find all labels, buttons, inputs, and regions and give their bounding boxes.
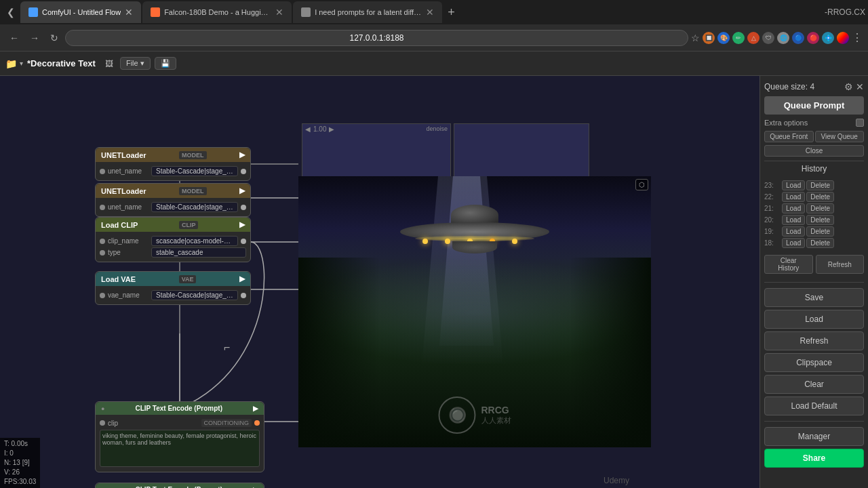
tab-falcon[interactable]: Falcon-180B Demo - a Hugging Face... ✕ [142, 1, 292, 23]
status-n: N: 13 [9] [4, 458, 36, 468]
history-delete-22[interactable]: Delete [806, 192, 834, 202]
ufo-light-2 [445, 239, 450, 244]
back-btn[interactable]: ← [5, 30, 23, 46]
generated-image: 🔘 RRCG 人人素材 ⬡ [298, 176, 651, 447]
ext-icon-8[interactable]: 🔴 [807, 32, 819, 44]
tab-back-btn[interactable]: ❮ [3, 4, 19, 20]
divider-2 [764, 421, 864, 422]
vae-name-value[interactable]: Stable-Cascade|stage_a_safetensors [151, 290, 238, 300]
ext-icon-9[interactable]: 💠 [822, 32, 834, 44]
star-icon[interactable]: ☆ [691, 33, 700, 43]
queue-size-text: Queue size: 4 [764, 82, 814, 92]
watermark-brand: RRCG [481, 405, 511, 415]
refresh-btn[interactable]: Refresh [764, 331, 864, 350]
history-load-20[interactable]: Load [782, 215, 805, 225]
encode1-dot: ● [101, 405, 104, 412]
save-btn[interactable]: Save [764, 288, 864, 307]
refresh-history-btn[interactable]: Refresh [816, 255, 865, 274]
node-badge-vae: VAE [179, 275, 197, 283]
history-btns-row: Clear History Refresh [764, 255, 864, 274]
ext-icon-2[interactable]: 🎨 [717, 32, 730, 44]
node-canvas[interactable]: UNETLoader MODEL ▶ unet_name Stable-Casc… [0, 76, 760, 488]
load-btn[interactable]: Load [764, 310, 864, 329]
file-btn-label: File ▾ [126, 59, 144, 68]
history-delete-23[interactable]: Delete [806, 180, 834, 190]
ext-icon-4[interactable]: △ [747, 32, 760, 44]
node-load-vae: Load VAE VAE ▶ vae_name Stable-Cascade|s… [95, 271, 251, 305]
new-tab-btn[interactable]: + [443, 5, 459, 20]
preview-controls-left: ◀ 1.00 ▶ [305, 125, 334, 133]
profile-avatar[interactable] [837, 32, 849, 44]
history-load-23[interactable]: Load [782, 180, 805, 190]
history-load-18[interactable]: Load [782, 238, 805, 248]
ufo-light-1 [422, 239, 428, 244]
node-arrow-unet2[interactable]: ▶ [239, 186, 245, 195]
clear-history-btn[interactable]: Clear History [764, 255, 813, 274]
node-row-unet2: unet_name Stable-Cascade|stage_c_safeten… [100, 202, 246, 212]
preview-right-btn[interactable]: ▶ [329, 125, 334, 133]
ext-icon-1[interactable]: 🔲 [703, 32, 715, 44]
ufo-light-5 [512, 239, 517, 244]
node-arrow-unet1[interactable]: ▶ [239, 150, 245, 159]
close-icon[interactable]: ✕ [856, 81, 864, 92]
history-delete-18[interactable]: Delete [806, 238, 834, 248]
history-num-22: 22: [764, 193, 781, 201]
node-arrow-encode1[interactable]: ▶ [253, 405, 258, 412]
node-title-unet1: UNETLoader [101, 151, 146, 159]
save-icon-btn[interactable]: 💾 [155, 57, 176, 70]
tab-prompts[interactable]: I need prompts for a latent diffusion...… [293, 1, 442, 23]
forward-btn[interactable]: → [26, 30, 43, 46]
queue-front-btn[interactable]: Queue Front [764, 131, 814, 142]
ext-icon-3[interactable]: ✏ [732, 32, 745, 44]
url-bar[interactable]: 127.0.0.1:8188 [65, 30, 688, 46]
ext-icon-6[interactable]: 🌐 [777, 32, 789, 44]
tab-close-falcon[interactable]: ✕ [275, 7, 283, 18]
browser-chrome: ❮ ComfyUI - Untitled Flow ✕ Falcon-180B … [0, 0, 868, 52]
view-queue-btn[interactable]: View Queue [815, 131, 865, 142]
tab-comfyui[interactable]: ComfyUI - Untitled Flow ✕ [20, 1, 141, 23]
history-delete-20[interactable]: Delete [806, 215, 834, 225]
ext-icon-7[interactable]: 🔵 [792, 32, 804, 44]
reload-btn[interactable]: ↻ [46, 30, 62, 46]
manager-btn[interactable]: Manager [764, 427, 864, 446]
clip-encode-textarea-1[interactable]: viking theme, feminine beauty, female pr… [100, 430, 260, 467]
close-btn[interactable]: Close [764, 145, 864, 157]
node-header-vae: Load VAE VAE ▶ [96, 272, 250, 286]
share-btn[interactable]: Share [764, 449, 864, 468]
tab-close-comfyui[interactable]: ✕ [125, 7, 133, 18]
clip-type-value[interactable]: stable_cascade [151, 247, 246, 258]
clipspace-btn[interactable]: Clipspace [764, 353, 864, 372]
node-title-clip: Load CLIP [101, 221, 138, 229]
clip-name-value[interactable]: scascade|ocas-model-safetensors [151, 236, 238, 246]
load-default-btn[interactable]: Load Default [764, 396, 864, 415]
settings-icon[interactable]: ⚙ [844, 81, 853, 92]
node-arrow-clip[interactable]: ▶ [239, 220, 245, 229]
right-panel: Queue size: 4 ⚙ ✕ Queue Prompt Extra opt… [760, 76, 868, 488]
ext-icon-5[interactable]: 🛡 [762, 32, 774, 44]
image-action-btn[interactable]: ⬡ [635, 179, 648, 190]
browser-more-icon[interactable]: ⋮ [852, 31, 863, 44]
browser-menu[interactable]: -RROG.CX [825, 7, 865, 17]
folder-btn[interactable]: 📁 ▾ [5, 58, 23, 69]
unet-name-value2[interactable]: Stable-Cascade|stage_c_safetensors [151, 202, 238, 212]
extra-options-checkbox[interactable] [856, 119, 864, 127]
tab-favicon-falcon [151, 7, 160, 17]
history-delete-19[interactable]: Delete [806, 226, 834, 237]
queue-header: Queue size: 4 ⚙ ✕ [764, 80, 864, 94]
clip-name-label: clip_name [108, 237, 149, 245]
clear-btn[interactable]: Clear [764, 375, 864, 394]
connector-in-unet1 [100, 169, 105, 174]
watermark-circle: 🔘 [439, 396, 476, 434]
file-btn[interactable]: File ▾ [120, 57, 151, 70]
history-load-19[interactable]: Load [782, 226, 805, 237]
node-arrow-vae[interactable]: ▶ [239, 274, 245, 283]
preview-left-btn[interactable]: ◀ [305, 125, 311, 133]
unet-name-value1[interactable]: Stable-Cascade|stage_b_safetensors [151, 166, 238, 176]
history-load-21[interactable]: Load [782, 203, 805, 214]
queue-prompt-btn[interactable]: Queue Prompt [764, 96, 864, 115]
history-load-22[interactable]: Load [782, 192, 805, 202]
history-delete-21[interactable]: Delete [806, 203, 834, 214]
tab-close-prompts[interactable]: ✕ [426, 7, 434, 18]
history-item-23: 23: Load Delete [764, 180, 864, 190]
app-toolbar: 📁 ▾ *Decorative Text 🖼 File ▾ 💾 [0, 52, 868, 76]
